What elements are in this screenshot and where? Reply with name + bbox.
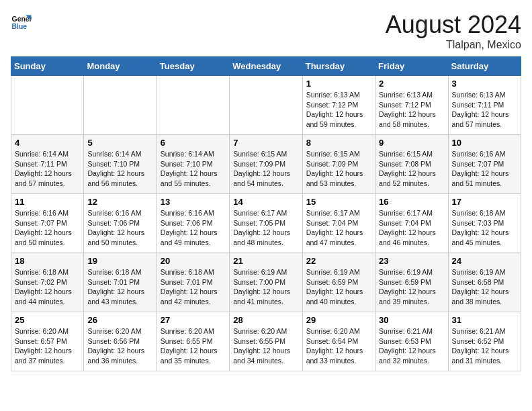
day-number: 16 xyxy=(379,197,444,207)
day-info: Sunrise: 6:20 AMSunset: 6:55 PMDaylight:… xyxy=(161,326,226,366)
day-info: Sunrise: 6:21 AMSunset: 6:53 PMDaylight:… xyxy=(379,326,444,366)
calendar-cell: 18Sunrise: 6:18 AMSunset: 7:02 PMDayligh… xyxy=(11,253,84,312)
calendar-cell: 28Sunrise: 6:20 AMSunset: 6:55 PMDayligh… xyxy=(230,312,302,371)
calendar-cell: 31Sunrise: 6:21 AMSunset: 6:52 PMDayligh… xyxy=(448,312,521,371)
calendar-week-2: 4Sunrise: 6:14 AMSunset: 7:11 PMDaylight… xyxy=(11,135,521,194)
day-info: Sunrise: 6:18 AMSunset: 7:03 PMDaylight:… xyxy=(452,208,517,248)
day-info: Sunrise: 6:20 AMSunset: 6:54 PMDaylight:… xyxy=(306,326,371,366)
col-monday: Monday xyxy=(84,57,157,76)
day-number: 5 xyxy=(87,138,152,148)
day-number: 25 xyxy=(15,315,80,325)
calendar-cell: 15Sunrise: 6:17 AMSunset: 7:04 PMDayligh… xyxy=(302,194,375,253)
calendar-cell xyxy=(11,76,84,135)
col-wednesday: Wednesday xyxy=(230,57,302,76)
col-saturday: Saturday xyxy=(448,57,521,76)
calendar-cell xyxy=(230,76,302,135)
calendar-body: 1Sunrise: 6:13 AMSunset: 7:12 PMDaylight… xyxy=(11,76,521,371)
calendar-cell: 24Sunrise: 6:19 AMSunset: 6:58 PMDayligh… xyxy=(448,253,521,312)
calendar-cell: 16Sunrise: 6:17 AMSunset: 7:04 PMDayligh… xyxy=(375,194,448,253)
calendar-cell: 25Sunrise: 6:20 AMSunset: 6:57 PMDayligh… xyxy=(11,312,84,371)
calendar-cell: 10Sunrise: 6:16 AMSunset: 7:07 PMDayligh… xyxy=(448,135,521,194)
day-info: Sunrise: 6:13 AMSunset: 7:12 PMDaylight:… xyxy=(306,90,371,130)
col-thursday: Thursday xyxy=(302,57,375,76)
day-number: 19 xyxy=(87,256,152,266)
calendar-week-1: 1Sunrise: 6:13 AMSunset: 7:12 PMDaylight… xyxy=(11,76,521,135)
day-number: 24 xyxy=(452,256,517,266)
day-number: 6 xyxy=(161,138,226,148)
calendar-cell: 4Sunrise: 6:14 AMSunset: 7:11 PMDaylight… xyxy=(11,135,84,194)
col-sunday: Sunday xyxy=(11,57,84,76)
location-subtitle: Tlalpan, Mexico xyxy=(386,39,521,51)
day-number: 15 xyxy=(306,197,371,207)
day-info: Sunrise: 6:21 AMSunset: 6:52 PMDaylight:… xyxy=(452,326,517,366)
col-friday: Friday xyxy=(375,57,448,76)
day-info: Sunrise: 6:19 AMSunset: 6:59 PMDaylight:… xyxy=(379,267,444,307)
day-info: Sunrise: 6:20 AMSunset: 6:57 PMDaylight:… xyxy=(15,326,80,366)
day-number: 2 xyxy=(379,79,444,89)
day-info: Sunrise: 6:18 AMSunset: 7:02 PMDaylight:… xyxy=(15,267,80,307)
calendar-cell: 2Sunrise: 6:13 AMSunset: 7:12 PMDaylight… xyxy=(375,76,448,135)
day-info: Sunrise: 6:13 AMSunset: 7:12 PMDaylight:… xyxy=(379,90,444,130)
day-info: Sunrise: 6:18 AMSunset: 7:01 PMDaylight:… xyxy=(87,267,152,307)
calendar-cell: 8Sunrise: 6:15 AMSunset: 7:09 PMDaylight… xyxy=(302,135,375,194)
day-info: Sunrise: 6:16 AMSunset: 7:07 PMDaylight:… xyxy=(452,149,517,189)
day-number: 7 xyxy=(233,138,298,148)
day-number: 14 xyxy=(233,197,298,207)
day-number: 1 xyxy=(306,79,371,89)
day-number: 31 xyxy=(452,315,517,325)
month-year-title: August 2024 xyxy=(386,11,521,39)
day-number: 23 xyxy=(379,256,444,266)
day-number: 22 xyxy=(306,256,371,266)
calendar-cell: 22Sunrise: 6:19 AMSunset: 6:59 PMDayligh… xyxy=(302,253,375,312)
calendar-cell: 27Sunrise: 6:20 AMSunset: 6:55 PMDayligh… xyxy=(157,312,229,371)
day-info: Sunrise: 6:20 AMSunset: 6:56 PMDaylight:… xyxy=(87,326,152,366)
page-header: General Blue August 2024 Tlalpan, Mexico xyxy=(11,11,521,51)
calendar-cell: 9Sunrise: 6:15 AMSunset: 7:08 PMDaylight… xyxy=(375,135,448,194)
calendar-cell: 23Sunrise: 6:19 AMSunset: 6:59 PMDayligh… xyxy=(375,253,448,312)
day-info: Sunrise: 6:14 AMSunset: 7:10 PMDaylight:… xyxy=(87,149,152,189)
day-info: Sunrise: 6:14 AMSunset: 7:11 PMDaylight:… xyxy=(15,149,80,189)
calendar-cell: 3Sunrise: 6:13 AMSunset: 7:11 PMDaylight… xyxy=(448,76,521,135)
day-info: Sunrise: 6:17 AMSunset: 7:04 PMDaylight:… xyxy=(306,208,371,248)
title-block: August 2024 Tlalpan, Mexico xyxy=(386,11,521,51)
day-number: 4 xyxy=(15,138,80,148)
calendar-cell: 20Sunrise: 6:18 AMSunset: 7:01 PMDayligh… xyxy=(157,253,229,312)
day-info: Sunrise: 6:17 AMSunset: 7:05 PMDaylight:… xyxy=(233,208,298,248)
day-number: 13 xyxy=(161,197,226,207)
day-info: Sunrise: 6:15 AMSunset: 7:09 PMDaylight:… xyxy=(306,149,371,189)
calendar-week-3: 11Sunrise: 6:16 AMSunset: 7:07 PMDayligh… xyxy=(11,194,521,253)
day-number: 30 xyxy=(379,315,444,325)
day-info: Sunrise: 6:17 AMSunset: 7:04 PMDaylight:… xyxy=(379,208,444,248)
calendar-cell: 7Sunrise: 6:15 AMSunset: 7:09 PMDaylight… xyxy=(230,135,302,194)
calendar-week-4: 18Sunrise: 6:18 AMSunset: 7:02 PMDayligh… xyxy=(11,253,521,312)
day-number: 9 xyxy=(379,138,444,148)
svg-text:Blue: Blue xyxy=(12,23,28,30)
day-number: 8 xyxy=(306,138,371,148)
day-info: Sunrise: 6:20 AMSunset: 6:55 PMDaylight:… xyxy=(233,326,298,366)
day-number: 20 xyxy=(161,256,226,266)
day-info: Sunrise: 6:16 AMSunset: 7:07 PMDaylight:… xyxy=(15,208,80,248)
logo-icon: General Blue xyxy=(11,11,32,32)
day-info: Sunrise: 6:15 AMSunset: 7:08 PMDaylight:… xyxy=(379,149,444,189)
calendar-header: Sunday Monday Tuesday Wednesday Thursday… xyxy=(11,57,521,76)
calendar-cell xyxy=(84,76,157,135)
calendar-cell: 12Sunrise: 6:16 AMSunset: 7:06 PMDayligh… xyxy=(84,194,157,253)
calendar-cell: 30Sunrise: 6:21 AMSunset: 6:53 PMDayligh… xyxy=(375,312,448,371)
day-number: 3 xyxy=(452,79,517,89)
col-tuesday: Tuesday xyxy=(157,57,229,76)
day-number: 21 xyxy=(233,256,298,266)
day-number: 10 xyxy=(452,138,517,148)
day-number: 18 xyxy=(15,256,80,266)
calendar-cell: 5Sunrise: 6:14 AMSunset: 7:10 PMDaylight… xyxy=(84,135,157,194)
day-number: 12 xyxy=(87,197,152,207)
calendar-cell: 1Sunrise: 6:13 AMSunset: 7:12 PMDaylight… xyxy=(302,76,375,135)
day-number: 27 xyxy=(161,315,226,325)
day-info: Sunrise: 6:18 AMSunset: 7:01 PMDaylight:… xyxy=(161,267,226,307)
day-info: Sunrise: 6:19 AMSunset: 6:58 PMDaylight:… xyxy=(452,267,517,307)
day-number: 11 xyxy=(15,197,80,207)
day-info: Sunrise: 6:14 AMSunset: 7:10 PMDaylight:… xyxy=(161,149,226,189)
calendar-cell: 19Sunrise: 6:18 AMSunset: 7:01 PMDayligh… xyxy=(84,253,157,312)
calendar-cell: 26Sunrise: 6:20 AMSunset: 6:56 PMDayligh… xyxy=(84,312,157,371)
day-info: Sunrise: 6:16 AMSunset: 7:06 PMDaylight:… xyxy=(87,208,152,248)
calendar-cell: 17Sunrise: 6:18 AMSunset: 7:03 PMDayligh… xyxy=(448,194,521,253)
